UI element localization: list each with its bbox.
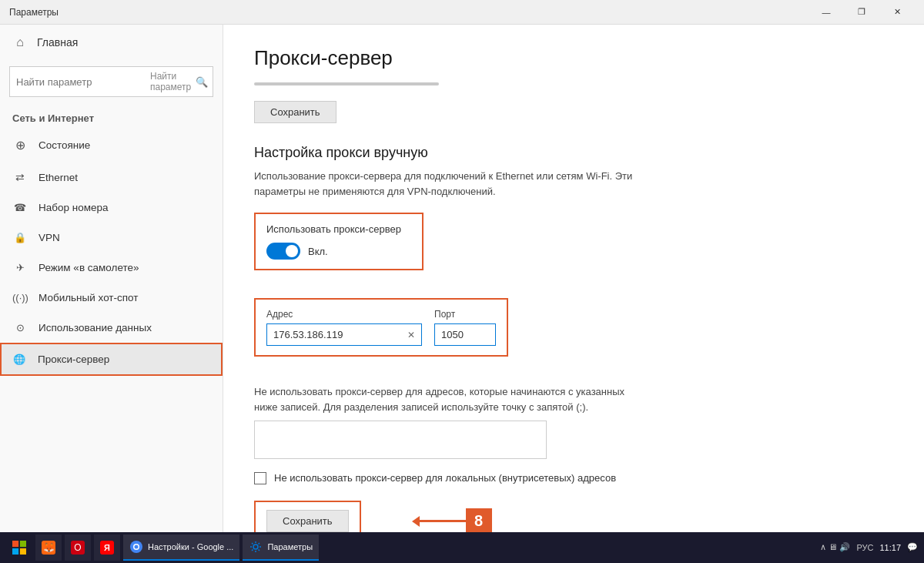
exclusions-textarea[interactable]: [254, 421, 547, 459]
titlebar-title: Параметры: [9, 7, 808, 18]
sidebar-search-box[interactable]: Найти параметр 🔍: [9, 66, 213, 97]
taskbar: 🦊 O Я Настройки - Google ... Параметры: [0, 532, 924, 563]
svg-rect-2: [12, 548, 18, 555]
taskbar-tray: ∧ 🖥 🔊 РУС 11:17 💬: [820, 542, 918, 553]
address-field: ✕: [266, 323, 422, 346]
checkbox-label: Не использовать прокси-сервер для локаль…: [274, 471, 616, 485]
start-button[interactable]: [6, 535, 32, 561]
svg-point-6: [135, 545, 139, 549]
svg-rect-3: [20, 548, 26, 555]
taskbar-firefox[interactable]: 🦊: [35, 535, 62, 561]
titlebar-controls: — ❐ ✕: [808, 0, 915, 25]
sidebar-item-data[interactable]: ⊙ Использование данных: [0, 313, 223, 343]
home-icon: ⌂: [12, 35, 28, 49]
time-display: 11:17: [879, 542, 901, 553]
port-field: [434, 323, 496, 346]
sidebar-home-item[interactable]: ⌂ Главная: [0, 25, 223, 60]
proxy-icon: 🌐: [12, 354, 27, 365]
maximize-button[interactable]: ❐: [844, 0, 879, 25]
sidebar-item-proxy-label: Прокси-сервер: [38, 354, 109, 365]
settings-app-label: Параметры: [267, 542, 313, 551]
fields-section: Адрес ✕ Порт: [254, 298, 508, 357]
address-label: Адрес: [266, 309, 422, 320]
progress-bar: [254, 82, 439, 85]
sidebar: ⌂ Главная Найти параметр 🔍 Сеть и Интерн…: [0, 25, 223, 532]
address-field-group: Адрес ✕: [266, 309, 422, 346]
save-top-button[interactable]: Сохранить: [254, 101, 336, 123]
checkbox-row: Не использовать прокси-сервер для локаль…: [254, 471, 639, 485]
svg-point-7: [253, 545, 258, 549]
proxy-toggle[interactable]: [266, 243, 300, 260]
num8-badge: 8: [466, 508, 492, 532]
svg-rect-1: [20, 541, 26, 547]
ethernet-icon: ⇄: [12, 171, 28, 183]
save-bottom-wrapper: Сохранить 8: [254, 501, 361, 532]
sidebar-item-airplane-label: Режим «в самолете»: [38, 262, 139, 273]
port-field-group: Порт: [434, 309, 496, 346]
sidebar-item-ethernet[interactable]: ⇄ Ethernet: [0, 162, 223, 193]
port-label: Порт: [434, 309, 496, 320]
search-placeholder: Найти параметр: [150, 71, 191, 92]
search-input[interactable]: [16, 76, 146, 88]
taskbar-settings[interactable]: Параметры: [243, 535, 319, 561]
sidebar-item-status[interactable]: ⊕ Состояние: [0, 129, 223, 162]
search-icon: 🔍: [196, 76, 208, 88]
titlebar: Параметры — ❐ ✕: [0, 0, 924, 25]
taskbar-yandex[interactable]: Я: [94, 535, 120, 561]
sidebar-item-dialup[interactable]: ☎ Набор номера: [0, 193, 223, 223]
chrome-app-label: Настройки - Google ...: [148, 542, 233, 551]
sidebar-item-airplane[interactable]: ✈ Режим «в самолете»: [0, 253, 223, 283]
content-area: Прокси-сервер Сохранить Настройка прокси…: [223, 25, 924, 532]
status-icon: ⊕: [12, 138, 28, 152]
exclusions-description: Не использовать прокси-сервер для адресо…: [254, 384, 639, 414]
sidebar-item-proxy[interactable]: 🌐 Прокси-сервер: [0, 343, 223, 376]
clear-address-button[interactable]: ✕: [407, 330, 415, 340]
address-input[interactable]: [273, 329, 403, 340]
save-bottom-button[interactable]: Сохранить: [266, 510, 349, 532]
toggle-section: Использовать прокси-сервер Вкл.: [254, 213, 424, 270]
description-text: Использование прокси-сервера для подключ…: [254, 169, 639, 199]
airplane-icon: ✈: [12, 262, 28, 273]
taskbar-time: 11:17: [879, 542, 901, 553]
toggle-section-wrapper: Использовать прокси-сервер Вкл. 6: [254, 213, 893, 286]
notification-icon[interactable]: 💬: [907, 542, 918, 552]
close-button[interactable]: ✕: [879, 0, 915, 25]
toggle-value: Вкл.: [308, 246, 328, 257]
taskbar-chrome[interactable]: Настройки - Google ...: [123, 535, 239, 561]
vpn-icon: 🔒: [12, 232, 28, 243]
sidebar-item-ethernet-label: Ethernet: [38, 172, 78, 183]
use-proxy-label: Использовать прокси-сервер: [266, 223, 411, 235]
sidebar-home-label: Главная: [37, 36, 78, 49]
hotspot-icon: ((·)): [12, 292, 28, 303]
chrome-icon: [129, 540, 143, 554]
annotation-8: 8: [412, 508, 492, 532]
sidebar-item-hotspot-label: Мобильный хот-спот: [38, 292, 138, 303]
port-input[interactable]: [441, 329, 487, 340]
toggle-row: Вкл.: [266, 243, 411, 260]
sidebar-item-status-label: Состояние: [38, 139, 90, 151]
dialup-icon: ☎: [12, 202, 28, 213]
sidebar-item-vpn[interactable]: 🔒 VPN: [0, 223, 223, 253]
sidebar-item-vpn-label: VPN: [38, 232, 60, 243]
firefox-icon: 🦊: [42, 541, 55, 555]
sidebar-item-dialup-label: Набор номера: [38, 202, 109, 213]
minimize-button[interactable]: —: [808, 0, 844, 25]
yandex-icon: Я: [100, 541, 114, 555]
fields-section-wrapper: Адрес ✕ Порт: [254, 298, 893, 372]
data-icon: ⊙: [12, 322, 28, 333]
local-proxy-checkbox[interactable]: [254, 472, 266, 484]
tray-icons: ∧ 🖥 🔊: [820, 542, 850, 552]
taskbar-opera[interactable]: O: [65, 535, 91, 561]
save-bottom-section: Сохранить: [254, 501, 361, 532]
opera-icon: O: [71, 541, 85, 555]
settings-app-icon: [249, 540, 263, 554]
main-layout: ⌂ Главная Найти параметр 🔍 Сеть и Интерн…: [0, 25, 924, 532]
manual-section-title: Настройка прокси вручную: [254, 145, 893, 161]
page-title: Прокси-сервер: [254, 46, 893, 70]
sidebar-item-data-label: Использование данных: [38, 322, 152, 333]
sidebar-section-title: Сеть и Интернет: [0, 106, 223, 129]
svg-rect-0: [12, 541, 18, 547]
sidebar-item-hotspot[interactable]: ((·)) Мобильный хот-спот: [0, 283, 223, 313]
tray-lang: РУС: [856, 543, 873, 552]
